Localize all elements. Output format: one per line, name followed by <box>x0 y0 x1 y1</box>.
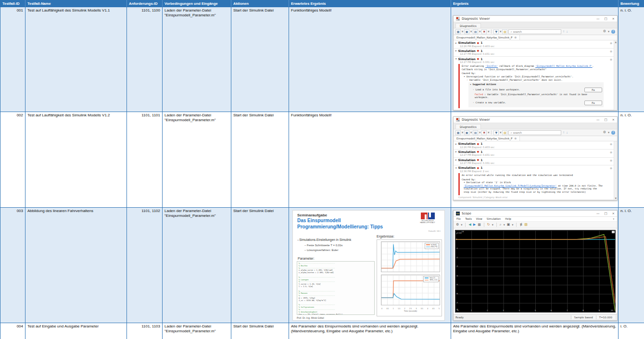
menu-view[interactable]: View <box>476 217 482 221</box>
close-button[interactable]: × <box>612 212 615 215</box>
model-tab[interactable]: Einspurmodell_Mallon_Kotyrba_Simulink_P … <box>455 35 520 40</box>
search-prev-next-icons[interactable]: ↑↓ <box>562 131 569 135</box>
cell-expected: Funktionfähiges Modell! <box>289 7 451 112</box>
model-tab-label: Einspurmodell_Mallon_Kotyrba_Simulink_P <box>456 137 512 140</box>
integrator-block-link[interactable]: 'Einspurmodell_Mallon_Kotyrba_Simulink_P… <box>464 185 557 187</box>
clear-icon[interactable]: ✖ <box>481 130 487 135</box>
diagnostics-tab[interactable]: Diagnostics <box>455 23 481 28</box>
fix-button[interactable]: Fix <box>584 100 602 105</box>
expand-caret-icon[interactable]: ▸ <box>455 150 457 153</box>
maximize-button[interactable]: □ <box>604 212 607 215</box>
clear-dropdown-icon[interactable]: ▼ <box>488 131 489 134</box>
search-input[interactable] <box>513 131 556 134</box>
menu-file[interactable]: File <box>456 217 461 221</box>
expand-caret-icon[interactable]: ▸ <box>455 142 457 145</box>
simulation-run-item[interactable]: ▸ Simulation ● 1 12:27 PM Elapsed: 0.431… <box>454 150 617 158</box>
step-back-icon[interactable]: ◀ <box>468 223 471 227</box>
filter-dropdown-icon[interactable]: ▼ <box>500 30 501 33</box>
menu-simulation[interactable]: Simulation <box>487 217 501 221</box>
plot-corner-widget[interactable] <box>612 231 615 233</box>
diagnostics-tab[interactable]: Diagnostics <box>455 124 481 129</box>
filter-icon[interactable]: ▼ <box>493 29 499 34</box>
collapse-caret-icon[interactable]: ▾ <box>455 57 457 60</box>
menu-pin-icon[interactable]: ▾ <box>613 217 614 220</box>
run-close-icon[interactable]: ⊗ <box>610 50 612 53</box>
run-close-icon[interactable]: ⊗ <box>610 142 612 146</box>
highlight-icon[interactable]: ▨ <box>502 29 507 34</box>
minimize-button[interactable]: — <box>596 17 600 21</box>
save-icon[interactable]: ▣ <box>464 29 469 34</box>
print-dropdown-icon[interactable]: ▼ <box>479 30 480 33</box>
zoom-icon[interactable]: ⌕ <box>500 223 502 227</box>
search-prev-next-icons[interactable]: ↑↓ <box>562 30 569 34</box>
slide-bullet: Simulations-Einstellungen in Simulink <box>298 238 351 242</box>
print-icon[interactable]: ▤ <box>473 29 478 34</box>
scroll-down-icon[interactable]: ▼ <box>615 197 617 200</box>
run-close-icon[interactable]: ⊗ <box>610 159 612 163</box>
save-icon[interactable]: ▣ <box>464 130 469 135</box>
simulation-run-item[interactable]: ▸ Simulation ● 1 12:26 PM Elapsed: 0.403… <box>454 40 617 49</box>
close-button[interactable]: × <box>612 118 615 122</box>
zoom-dropdown-icon[interactable]: ▼ <box>504 224 505 226</box>
settings-gear-icon[interactable]: ⚙ <box>603 130 606 135</box>
help-icon[interactable]: ? <box>611 30 615 34</box>
settings-dropdown-icon[interactable]: ▼ <box>608 30 609 33</box>
layout-icon[interactable]: ▣ <box>507 223 510 227</box>
settings-dropdown-icon[interactable]: ▼ <box>608 131 609 134</box>
simulation-run-item[interactable]: ▸ Simulation ● 1 12:27 PM Elapsed: 0.331… <box>454 158 617 166</box>
simulation-run-item[interactable]: ▸ Simulation ● 1 12:26 PM Elapsed: 0.403… <box>454 141 617 150</box>
highlight-icon[interactable]: ▨ <box>502 130 507 135</box>
simulation-run-item[interactable]: ▸ Simulation ● 1 12:27 PM Elapsed: 0.431… <box>454 49 617 57</box>
settings-dropdown-icon[interactable]: ▼ <box>461 224 462 226</box>
run-icon[interactable]: ▶ <box>473 223 476 227</box>
run-close-icon[interactable]: ⊗ <box>610 151 612 154</box>
clear-icon[interactable]: ✖ <box>481 29 487 34</box>
maximize-button[interactable]: □ <box>604 17 607 21</box>
highlight-icon[interactable]: ▨ <box>524 223 528 227</box>
minimize-button[interactable]: — <box>596 118 600 122</box>
model-link[interactable]: 'Einspurmodell_Mallon_Kotyrba_Simulink_P… <box>535 65 592 67</box>
report-icon[interactable]: ▦ <box>455 130 461 135</box>
initfcn-link[interactable]: 'InitFcn' <box>485 65 498 67</box>
trigger-icon[interactable]: ≸ <box>519 223 522 227</box>
run-close-icon[interactable]: ⊗ <box>610 58 612 62</box>
settings-gear-icon[interactable]: ⚙ <box>603 29 606 34</box>
tab-close-icon[interactable]: ⊗ <box>514 36 517 39</box>
menu-help[interactable]: Help <box>505 217 511 221</box>
tab-close-icon[interactable]: ⊗ <box>514 137 517 140</box>
print-icon[interactable]: ▤ <box>473 130 478 135</box>
run-close-icon[interactable]: ⊗ <box>610 41 612 45</box>
run-close-icon[interactable]: ⊗ <box>610 166 612 170</box>
save-dropdown-icon[interactable]: ▼ <box>470 131 472 134</box>
report-dropdown-icon[interactable]: ▼ <box>462 131 463 134</box>
scroll-up-icon[interactable]: ▲ <box>615 41 617 44</box>
clear-dropdown-icon[interactable]: ▼ <box>488 30 489 33</box>
expand-caret-icon[interactable]: ▸ <box>455 158 457 161</box>
search-input[interactable] <box>513 30 556 33</box>
fix-button[interactable]: Fix <box>584 88 602 92</box>
maximize-button[interactable]: □ <box>604 118 607 122</box>
settings-gear-icon[interactable]: ⚙ <box>456 223 459 227</box>
restore-view-icon[interactable]: ↻ <box>487 223 490 227</box>
close-button[interactable]: × <box>612 17 615 21</box>
report-icon[interactable]: ▦ <box>455 29 461 34</box>
scrollbar[interactable]: ▼ <box>614 141 617 200</box>
expand-caret-icon[interactable]: ▸ <box>455 41 457 44</box>
filter-dropdown-icon[interactable]: ▼ <box>500 131 501 134</box>
print-dropdown-icon[interactable]: ▼ <box>479 131 480 134</box>
help-icon[interactable]: ? <box>611 131 615 135</box>
simulation-run-item[interactable]: ▾ Simulation ● 1 12:36 PM Elapsed: 2 sec… <box>454 165 617 200</box>
save-dropdown-icon[interactable]: ▼ <box>470 30 472 33</box>
simulation-run-item[interactable]: ▾ Simulation ● 1 12:27 PM Elapsed: 0.331… <box>454 57 617 111</box>
report-dropdown-icon[interactable]: ▼ <box>462 30 463 33</box>
stop-icon[interactable]: ■ <box>478 223 481 227</box>
restore-dropdown-icon[interactable]: ▼ <box>492 224 493 226</box>
expand-caret-icon[interactable]: ▸ <box>455 49 457 52</box>
minimize-button[interactable]: — <box>596 212 600 215</box>
collapse-caret-icon[interactable]: ▾ <box>455 166 457 169</box>
scrollbar[interactable]: ▲ <box>614 40 617 110</box>
model-tab[interactable]: Einspurmodell_Mallon_Kotyrba_Simulink_P … <box>455 136 520 141</box>
menu-tools[interactable]: Tools <box>465 217 472 221</box>
filter-icon[interactable]: ▼ <box>493 130 499 135</box>
layout-dropdown-icon[interactable]: ▼ <box>512 224 513 226</box>
